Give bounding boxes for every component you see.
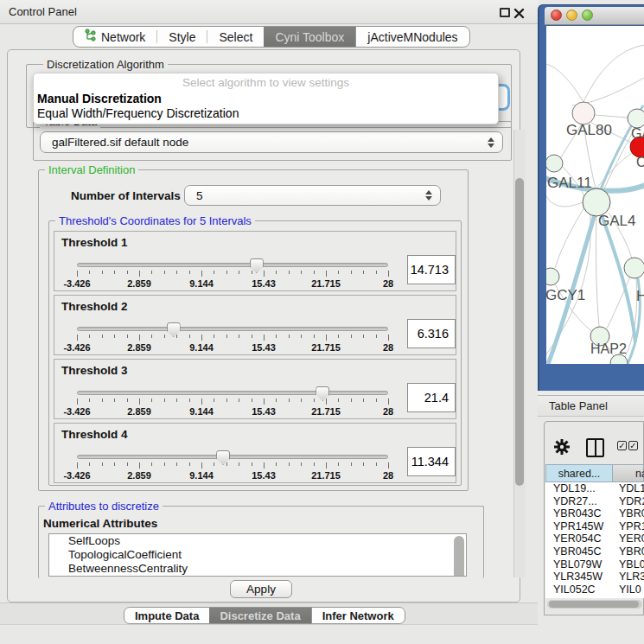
apply-button[interactable]: Apply <box>230 580 292 598</box>
threshold-value-field[interactable]: 11.344 <box>407 447 456 476</box>
cell-name[interactable]: YER0 <box>613 532 644 545</box>
slider-tick <box>252 462 252 466</box>
cell-shared-name[interactable]: YER054C <box>545 532 613 545</box>
network-edge[interactable] <box>595 115 628 118</box>
slider-tick <box>201 335 202 341</box>
tab-cyni-toolbox[interactable]: Cyni Toolbox <box>264 27 355 47</box>
cell-shared-name[interactable]: YIL052C <box>545 583 613 596</box>
table-row[interactable]: YBR045CYBR0 <box>545 545 644 558</box>
cell-shared-name[interactable]: YLR345W <box>545 571 613 583</box>
mac-close-button[interactable] <box>551 10 562 21</box>
cell-name[interactable]: YLR3 <box>613 571 644 583</box>
cell-name[interactable]: YDL1 <box>613 482 644 495</box>
slider-tick <box>289 399 290 402</box>
list-scrollbar[interactable] <box>454 536 464 577</box>
network-node[interactable] <box>546 268 559 285</box>
slider-tick <box>338 335 339 338</box>
network-node[interactable] <box>546 155 563 172</box>
table-hscrollbar-thumb[interactable] <box>549 601 639 608</box>
threshold-value-field[interactable]: 14.713 <box>407 255 456 284</box>
slider-tick <box>301 462 302 466</box>
cell-name[interactable]: YPR1 <box>613 520 644 533</box>
num-intervals-combobox[interactable]: 5 <box>184 185 441 206</box>
network-edge[interactable] <box>546 64 583 102</box>
table-row[interactable]: YBR043CYBR0 <box>545 507 644 520</box>
slider-tick <box>314 335 315 338</box>
tab-impute-data[interactable]: Impute Data <box>124 608 209 623</box>
slider-scale-label: -3.426 <box>63 406 90 417</box>
column-layout-icon[interactable] <box>586 438 604 457</box>
cell-shared-name[interactable]: YDL19... <box>545 482 613 495</box>
cell-name[interactable]: YBR0 <box>613 507 644 520</box>
slider-scale-label: 9.144 <box>189 470 214 481</box>
network-node[interactable] <box>628 109 644 128</box>
table-row[interactable]: YDL19...YDL1 <box>545 482 644 495</box>
slider-ticks <box>54 462 456 469</box>
attribute-list-item[interactable]: BetweennessCentrality <box>49 562 466 576</box>
network-canvas[interactable]: GAL80GACGAL11GAL4GCY1HHAP2 <box>546 26 644 364</box>
tab-style[interactable]: Style <box>157 27 207 47</box>
threshold-value-field[interactable]: 6.316 <box>407 319 456 348</box>
mac-zoom-button[interactable] <box>582 10 593 21</box>
slider-track[interactable] <box>77 327 388 331</box>
close-icon[interactable] <box>513 7 525 22</box>
slider-scale-labels: -3.4262.8599.14415.4321.71528 <box>54 278 456 290</box>
tab-discretize-data[interactable]: Discretize Data <box>209 608 310 623</box>
table-body: YDL19...YDL1YDR27...YDR2YBR043CYBR0YPR14… <box>545 482 644 596</box>
tab-jactivemnodules[interactable]: jActiveMNodules <box>355 27 469 47</box>
slider-track[interactable] <box>77 263 388 267</box>
checkbox-icon[interactable]: ✓ <box>628 441 638 450</box>
cell-shared-name[interactable]: YBL079W <box>545 558 613 571</box>
cell-name[interactable]: YBL0 <box>613 558 644 571</box>
network-edge[interactable] <box>602 215 635 342</box>
table-row[interactable]: YPR145WYPR1 <box>545 520 644 533</box>
cell-name[interactable]: YBR0 <box>613 545 644 558</box>
algorithm-option-manual[interactable]: Manual Discretization <box>37 92 162 105</box>
network-node[interactable] <box>624 258 644 278</box>
slider-scale-label: 21.715 <box>311 278 341 289</box>
table-row[interactable]: YLR345WYLR3 <box>545 571 644 583</box>
slider-scale-labels: -3.4262.8599.14415.4321.71528 <box>54 342 456 354</box>
slider-tick <box>363 462 364 466</box>
slider-track[interactable] <box>77 455 388 459</box>
tab-select[interactable]: Select <box>207 27 264 47</box>
cell-name[interactable]: YDR2 <box>613 495 644 508</box>
column-header-name[interactable]: na <box>613 464 644 482</box>
table-row[interactable]: YIL052CYIL0 <box>545 583 644 596</box>
network-edge[interactable] <box>607 277 630 328</box>
slider-tick <box>164 462 165 466</box>
float-window-icon[interactable] <box>500 8 510 17</box>
panel-scrollbar-thumb[interactable] <box>515 178 524 486</box>
slider-tick <box>114 271 115 274</box>
table-row[interactable]: YBL079WYBL0 <box>545 558 644 571</box>
cell-shared-name[interactable]: YBR043C <box>545 507 613 520</box>
table-row[interactable]: YER054CYER0 <box>545 532 644 545</box>
gear-icon[interactable] <box>553 437 571 460</box>
slider-tick <box>226 462 227 466</box>
cell-name[interactable]: YIL0 <box>613 583 644 596</box>
table-data-combobox[interactable]: galFiltered.sif default node <box>40 131 503 153</box>
cell-shared-name[interactable]: YDR27... <box>545 495 613 508</box>
slider-scale-label: 15.43 <box>252 278 276 289</box>
slider-scale-labels: -3.4262.8599.14415.4321.71528 <box>54 406 456 418</box>
checkbox-icon[interactable]: ✓ <box>617 441 627 450</box>
slider-tick <box>301 271 302 274</box>
attribute-list-item[interactable]: SelfLoops <box>49 534 466 548</box>
tab-infer-network[interactable]: Infer Network <box>311 608 405 623</box>
tab-network[interactable]: Network <box>73 27 156 47</box>
cell-shared-name[interactable]: YBR045C <box>545 545 613 558</box>
algorithm-option-equal-width[interactable]: Equal Width/Frequency Discretization <box>37 106 239 120</box>
threshold-label: Threshold 3 <box>61 364 128 377</box>
attribute-list-item[interactable]: TopologicalCoefficient <box>49 548 466 562</box>
table-row[interactable]: YDR27...YDR2 <box>545 495 644 508</box>
slider-tick <box>388 335 389 341</box>
interval-definition-title: Interval Definition <box>45 163 138 176</box>
network-edge[interactable] <box>596 216 599 327</box>
slider-track[interactable] <box>77 391 388 395</box>
control-panel-titlebar <box>0 0 538 24</box>
cell-shared-name[interactable]: YPR145W <box>545 520 613 533</box>
mac-minimize-button[interactable] <box>566 10 577 21</box>
slider-tick <box>189 462 190 466</box>
threshold-value-field[interactable]: 21.4 <box>407 383 456 412</box>
column-header-shared-name[interactable]: shared... <box>545 464 613 482</box>
